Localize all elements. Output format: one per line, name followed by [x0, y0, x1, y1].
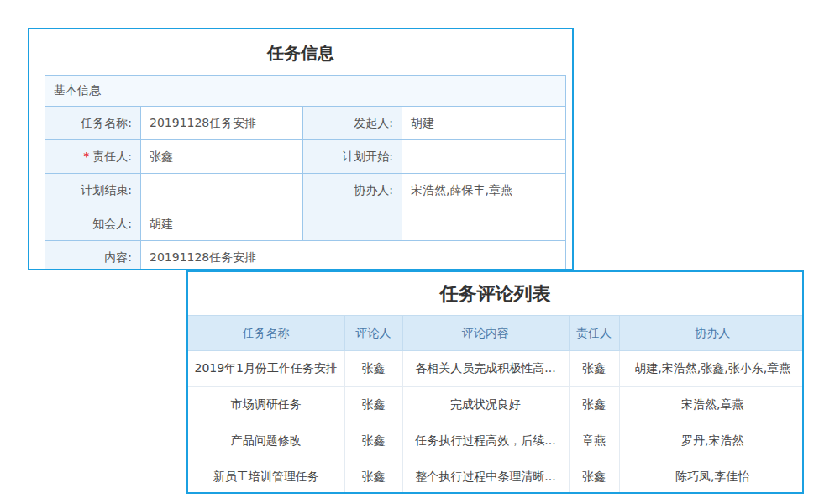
comment-text: 任务执行过程高效，后续...	[402, 423, 569, 459]
column-header-task-name: 任务名称	[188, 316, 344, 351]
commenter-link[interactable]: 张鑫	[344, 351, 402, 387]
table-row: 市场调研任务 张鑫 完成状况良好 张鑫 宋浩然,章燕	[188, 387, 804, 423]
comment-text: 各相关人员完成积极性高...	[402, 351, 569, 387]
assistants-text: 胡建,宋浩然,张鑫,张小东,章燕	[619, 351, 804, 387]
form-row: 知会人: 胡建	[45, 207, 566, 241]
task-name-link[interactable]: 2019年1月份工作任务安排	[188, 351, 344, 387]
commenter-link[interactable]: 张鑫	[344, 387, 402, 423]
field-label-plan-start: 计划开始:	[303, 140, 402, 174]
field-label-owner: *责任人:	[45, 140, 141, 174]
commenter-link[interactable]: 张鑫	[344, 423, 402, 459]
field-value-owner: 张鑫	[141, 140, 303, 174]
commenter-link[interactable]: 张鑫	[344, 459, 402, 495]
comment-text: 整个执行过程中条理清晰...	[402, 459, 569, 495]
assistants-text: 陈巧凤,李佳怡	[619, 459, 804, 495]
table-row: 新员工培训管理任务 张鑫 整个执行过程中条理清晰... 张鑫 陈巧凤,李佳怡	[188, 459, 804, 495]
field-value-content: 20191128任务安排	[141, 241, 566, 271]
task-info-form-table: 基本信息 任务名称: 20191128任务安排 发起人: 胡建 *责任人: 张鑫…	[45, 75, 566, 270]
owner-link[interactable]: 章燕	[569, 423, 619, 459]
column-header-assistants: 协办人	[619, 316, 804, 351]
task-info-title: 任务信息	[29, 41, 572, 65]
field-label-plan-end: 计划结束:	[45, 174, 141, 207]
section-header-row: 基本信息	[45, 76, 566, 107]
table-row: 2019年1月份工作任务安排 张鑫 各相关人员完成积极性高... 张鑫 胡建,宋…	[188, 351, 804, 387]
assistants-text: 罗丹,宋浩然	[619, 423, 804, 459]
field-label-empty	[303, 207, 402, 241]
owner-link[interactable]: 张鑫	[569, 351, 619, 387]
field-value-plan-start	[402, 140, 566, 174]
field-value-initiator: 胡建	[402, 107, 566, 140]
task-name-link[interactable]: 产品问题修改	[188, 423, 344, 459]
comment-table-header-row: 任务名称 评论人 评论内容 责任人 协办人	[188, 316, 804, 351]
form-row: *责任人: 张鑫 计划开始:	[45, 140, 566, 174]
table-row: 产品问题修改 张鑫 任务执行过程高效，后续... 章燕 罗丹,宋浩然	[188, 423, 804, 459]
field-value-informed: 胡建	[141, 207, 303, 241]
column-header-comment: 评论内容	[402, 316, 569, 351]
field-label-informed: 知会人:	[45, 207, 141, 241]
field-label-owner-text: 责任人:	[92, 150, 132, 163]
field-label-task-name: 任务名称:	[45, 107, 141, 140]
form-row-content: 内容: 20191128任务安排	[45, 241, 566, 271]
field-value-empty	[402, 207, 566, 241]
task-name-link[interactable]: 新员工培训管理任务	[188, 459, 344, 495]
field-label-assistants: 协办人:	[303, 174, 402, 207]
field-value-task-name: 20191128任务安排	[141, 107, 303, 140]
field-value-assistants: 宋浩然,薛保丰,章燕	[402, 174, 566, 207]
field-label-content: 内容:	[45, 241, 141, 271]
assistants-text: 宋浩然,章燕	[619, 387, 804, 423]
task-info-panel: 任务信息 基本信息 任务名称: 20191128任务安排 发起人: 胡建 *责任…	[28, 28, 574, 270]
field-value-plan-end	[141, 174, 303, 207]
required-star-icon: *	[83, 150, 89, 163]
comment-list-table: 任务名称 评论人 评论内容 责任人 协办人 2019年1月份工作任务安排 张鑫 …	[188, 315, 804, 494]
task-name-link[interactable]: 市场调研任务	[188, 387, 344, 423]
comment-list-title: 任务评论列表	[188, 281, 802, 307]
section-header: 基本信息	[45, 76, 566, 107]
field-label-initiator: 发起人:	[303, 107, 402, 140]
owner-link[interactable]: 张鑫	[569, 387, 619, 423]
form-row: 任务名称: 20191128任务安排 发起人: 胡建	[45, 107, 566, 140]
form-row: 计划结束: 协办人: 宋浩然,薛保丰,章燕	[45, 174, 566, 207]
comment-list-panel: 任务评论列表 任务名称 评论人 评论内容 责任人 协办人 2019年1月份工作任…	[186, 270, 804, 494]
owner-link[interactable]: 张鑫	[569, 459, 619, 495]
comment-text: 完成状况良好	[402, 387, 569, 423]
column-header-owner: 责任人	[569, 316, 619, 351]
column-header-commenter: 评论人	[344, 316, 402, 351]
